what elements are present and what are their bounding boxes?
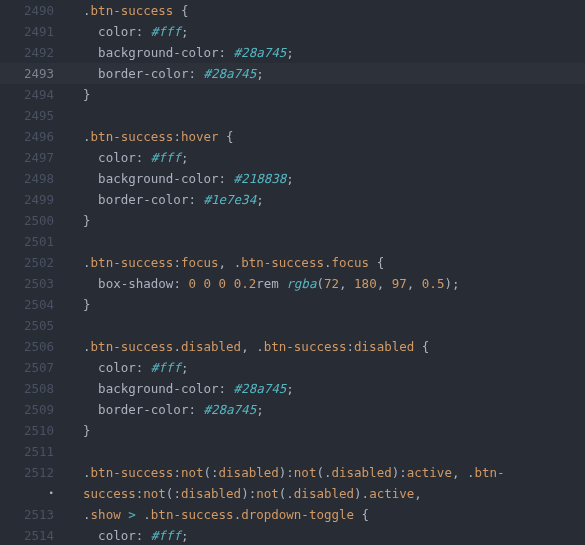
code-line[interactable]: 2491 color: #fff; [0, 21, 585, 42]
code-line[interactable]: 2514 color: #fff; [0, 525, 585, 545]
code-line[interactable]: 2504 } [0, 294, 585, 315]
code-line[interactable]: 2492 background-color: #28a745; [0, 42, 585, 63]
code-content[interactable]: .btn-success:hover { [68, 126, 234, 147]
token: { [369, 255, 384, 270]
token: . [362, 486, 370, 501]
code-content[interactable]: border-color: #28a745; [68, 63, 264, 84]
token: disabled [294, 486, 354, 501]
token: disabled [219, 465, 279, 480]
token: success [83, 486, 136, 501]
line-number: 2509 [0, 399, 68, 420]
code-line[interactable]: 2508 background-color: #28a745; [0, 378, 585, 399]
code-line[interactable]: 2503 box-shadow: 0 0 0 0.2rem rgba(72, 1… [0, 273, 585, 294]
code-content[interactable]: border-color: #1e7e34; [68, 189, 264, 210]
token: { [414, 339, 429, 354]
token: ; [181, 24, 189, 39]
code-content[interactable]: color: #fff; [68, 147, 188, 168]
code-line[interactable]: 2502 .btn-success:focus, .btn-success.fo… [0, 252, 585, 273]
token [211, 276, 219, 291]
token: btn-success [91, 129, 174, 144]
line-number: 2490 [0, 0, 68, 21]
token: : [173, 465, 181, 480]
token: { [173, 3, 188, 18]
code-content[interactable]: .btn-success:not(:disabled):not(.disable… [68, 462, 505, 483]
code-line[interactable]: 2510 } [0, 420, 585, 441]
token: . [83, 129, 91, 144]
token: color [98, 528, 136, 543]
token: } [83, 423, 91, 438]
token: border-color [98, 66, 188, 81]
token: color [98, 360, 136, 375]
code-content[interactable]: background-color: #218838; [68, 168, 294, 189]
token: ; [256, 402, 264, 417]
code-editor[interactable]: 2490 .btn-success {2491 color: #fff;2492… [0, 0, 585, 545]
line-number: 2512 [0, 462, 68, 483]
code-line[interactable]: • success:not(:disabled):not(.disabled).… [0, 483, 585, 504]
token: . [467, 465, 475, 480]
token: , [407, 276, 422, 291]
code-content[interactable]: .show > .btn-success.dropdown-toggle { [68, 504, 369, 525]
token: rem [256, 276, 286, 291]
token: . [286, 486, 294, 501]
token: : [219, 381, 234, 396]
token [226, 276, 234, 291]
token: btn-success [264, 339, 347, 354]
code-content[interactable]: background-color: #28a745; [68, 378, 294, 399]
token: 72 [324, 276, 339, 291]
code-line[interactable]: 2509 border-color: #28a745; [0, 399, 585, 420]
token: rgba [286, 276, 316, 291]
code-line[interactable]: 2501 [0, 231, 585, 252]
code-content[interactable]: } [68, 420, 91, 441]
code-line[interactable]: 2494 } [0, 84, 585, 105]
token: : [211, 465, 219, 480]
code-content[interactable]: .btn-success:focus, .btn-success.focus { [68, 252, 384, 273]
code-line[interactable]: 2513 .show > .btn-success.dropdown-toggl… [0, 504, 585, 525]
code-line[interactable]: 2507 color: #fff; [0, 357, 585, 378]
token: : [173, 129, 181, 144]
token: #fff [151, 24, 181, 39]
code-content[interactable]: box-shadow: 0 0 0 0.2rem rgba(72, 180, 9… [68, 273, 459, 294]
token: focus [181, 255, 219, 270]
line-number: 2508 [0, 378, 68, 399]
code-content[interactable]: success:not(:disabled):not(.disabled).ac… [68, 483, 422, 504]
code-content[interactable]: border-color: #28a745; [68, 399, 264, 420]
token: : [347, 339, 355, 354]
code-line[interactable]: 2512 .btn-success:not(:disabled):not(.di… [0, 462, 585, 483]
code-content[interactable]: } [68, 210, 91, 231]
code-line[interactable]: 2498 background-color: #218838; [0, 168, 585, 189]
code-line[interactable]: 2505 [0, 315, 585, 336]
code-line[interactable]: 2500 } [0, 210, 585, 231]
code-content[interactable]: color: #fff; [68, 21, 188, 42]
code-line[interactable]: 2490 .btn-success { [0, 0, 585, 21]
code-line[interactable]: 2499 border-color: #1e7e34; [0, 189, 585, 210]
token: box-shadow [98, 276, 173, 291]
token: not [143, 486, 166, 501]
code-content[interactable]: color: #fff; [68, 357, 188, 378]
code-content[interactable]: background-color: #28a745; [68, 42, 294, 63]
code-line[interactable]: 2493 border-color: #28a745; [0, 63, 585, 84]
code-line[interactable]: 2497 color: #fff; [0, 147, 585, 168]
token: : [286, 465, 294, 480]
token: 0 [204, 276, 212, 291]
token: disabled [181, 339, 241, 354]
code-line[interactable]: 2511 [0, 441, 585, 462]
code-line[interactable]: 2495 [0, 105, 585, 126]
token: disabled [331, 465, 391, 480]
token: . [173, 339, 181, 354]
line-number: 2491 [0, 21, 68, 42]
code-line[interactable]: 2496 .btn-success:hover { [0, 126, 585, 147]
code-content[interactable]: .btn-success { [68, 0, 188, 21]
token: { [354, 507, 369, 522]
token: : [188, 192, 203, 207]
code-content[interactable]: } [68, 294, 91, 315]
line-number: 2510 [0, 420, 68, 441]
code-line[interactable]: 2506 .btn-success.disabled, .btn-success… [0, 336, 585, 357]
token: : [188, 402, 203, 417]
line-number: 2514 [0, 525, 68, 545]
code-content[interactable]: .btn-success.disabled, .btn-success:disa… [68, 336, 429, 357]
code-content[interactable]: } [68, 84, 91, 105]
line-number: 2493 [0, 63, 68, 84]
token: ; [256, 66, 264, 81]
token: ; [286, 381, 294, 396]
code-content[interactable]: color: #fff; [68, 525, 188, 545]
